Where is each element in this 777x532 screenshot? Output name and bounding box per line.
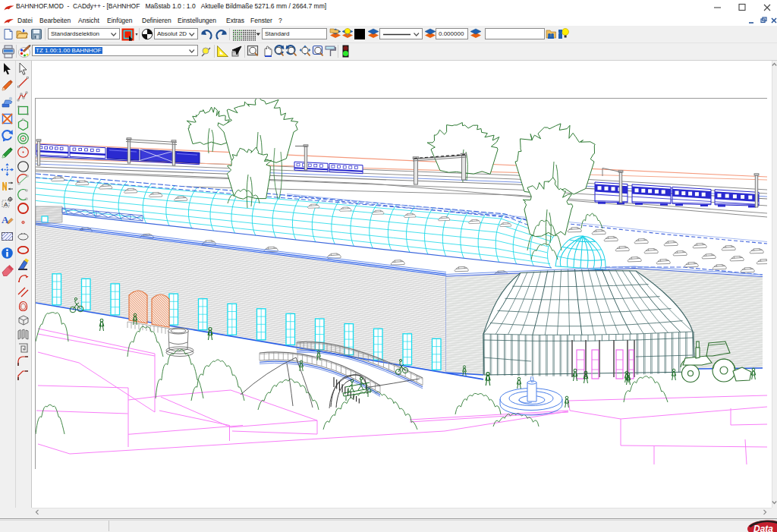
svg-text:A: A — [4, 200, 8, 207]
